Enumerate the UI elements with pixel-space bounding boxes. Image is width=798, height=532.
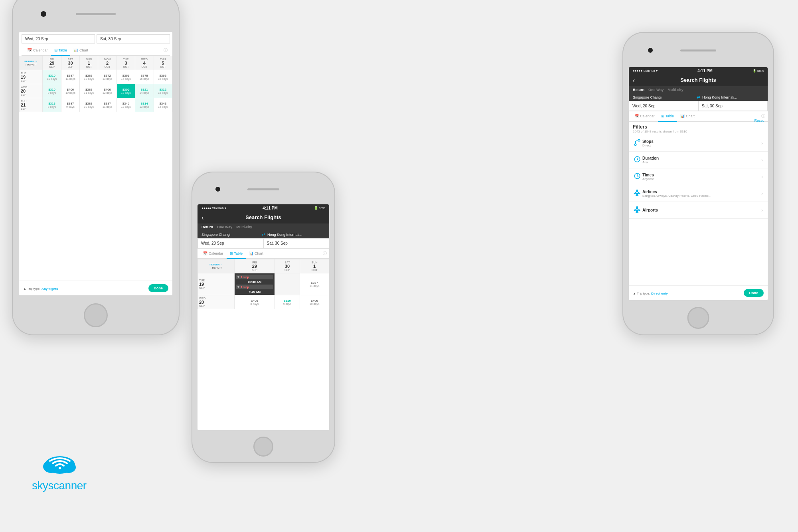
back-button-p3[interactable]: ‹ [633, 77, 635, 84]
svg-point-0 [634, 144, 636, 146]
price-cell[interactable]: $383 12 days [80, 70, 98, 84]
phone2-route-row: Singapore Changi ⇄ Hong Kong Internati..… [198, 231, 329, 238]
multicity-tab-p3[interactable]: Multi-city [668, 88, 683, 92]
price-cell[interactable]: $363 16 days [154, 70, 172, 84]
price-cell[interactable]: $406 8 days [235, 295, 275, 309]
depart-label-p2: ↓ DEPART [199, 267, 233, 269]
price-cell-stop[interactable]: ✈ 1 stop 10:30 AM ✈ 1 stop 7:45 AM [235, 273, 275, 295]
tab-table-p1[interactable]: ⊞ Table [51, 45, 71, 56]
tab-calendar-p1[interactable]: 📅 Calendar [24, 45, 51, 55]
phone2-status-bar: ●●●●● StarHub ▾ 4:11 PM 🔋 80% [198, 204, 329, 212]
return-date-p3[interactable]: Sat, 30 Sep [698, 101, 768, 111]
price-cell[interactable]: $316 8 days [43, 98, 61, 112]
tab-chart-p3[interactable]: 📊 Chart [677, 111, 698, 121]
duration-content: Duration Any [642, 156, 761, 164]
return-tab-p3[interactable]: Return [633, 88, 644, 92]
filter-duration[interactable]: Duration Any › [629, 152, 768, 168]
back-button-p2[interactable]: ‹ [201, 214, 203, 222]
logo-cloud-svg [32, 450, 88, 482]
price-cell-highlight[interactable]: $305 13 days [117, 84, 135, 98]
phone3-content: ●●●●● StarHub ▾ 4:11 PM 🔋 80% ‹ Search F… [629, 67, 768, 300]
phone1-home-button[interactable] [84, 303, 108, 327]
phone3-tab-bar: 📅 Calendar ⊞ Table 📊 Chart ⓘ [629, 111, 768, 122]
filters-reset-button[interactable]: Reset [754, 119, 764, 123]
tab-table-p3[interactable]: ⊞ Table [658, 111, 678, 122]
calendar-icon-p1: 📅 [27, 48, 32, 52]
price-cell[interactable]: $369 14 days [117, 70, 135, 84]
svg-point-6 [61, 462, 76, 473]
phone3-date-row: Wed, 20 Sep Sat, 30 Sep [629, 101, 768, 111]
filter-airports[interactable]: Airports › [629, 202, 768, 219]
phone3-nav-header: ‹ Search Flights [629, 75, 768, 86]
price-cell[interactable]: $406 12 days [98, 84, 117, 98]
depart-date-p2[interactable]: Wed, 20 Sep [198, 238, 263, 248]
price-cell-p2 [275, 273, 300, 295]
done-button-p3[interactable]: Done [744, 289, 764, 297]
price-cell[interactable]: $312 15 days [154, 84, 172, 98]
tab-calendar-p2[interactable]: 📅 Calendar [200, 249, 227, 258]
price-cell[interactable]: $310 9 days [43, 84, 61, 98]
price-cell[interactable]: $310 10 days [43, 70, 61, 84]
price-cell[interactable]: $314 13 days [135, 98, 154, 112]
table-icon-p1: ⊞ [54, 48, 57, 52]
phone3-home-button[interactable] [687, 307, 709, 329]
airlines-chevron: › [761, 191, 763, 196]
phone3-speaker [680, 49, 716, 51]
oneway-tab-p2[interactable]: One Way [217, 225, 232, 229]
chart-label-p1: Chart [79, 48, 88, 52]
times-label: Times [642, 173, 761, 177]
duration-chevron: › [761, 157, 763, 163]
col-fri-29: FRI 29 SEP [43, 56, 61, 70]
svg-point-7 [59, 467, 61, 469]
phone3-status-bar: ●●●●● StarHub ▾ 4:11 PM 🔋 80% [629, 67, 768, 75]
calendar-label-p1: Calendar [33, 48, 48, 52]
phone3-bottom-bar: ▲ Trip type: Direct only Done [629, 285, 768, 300]
price-cell[interactable]: $321 14 days [135, 84, 154, 98]
duration-icon [634, 156, 642, 164]
phone-2: ●●●●● StarHub ▾ 4:11 PM 🔋 80% ‹ Search F… [192, 172, 335, 463]
phone2-nav-header: ‹ Search Flights [198, 212, 329, 223]
price-cell[interactable]: $343 14 days [154, 98, 172, 112]
filters-subtitle: 1043 of 1043 results shown from $310 [633, 130, 764, 133]
phone2-home-button[interactable] [253, 437, 273, 457]
info-icon-p3: ⓘ [761, 113, 765, 119]
depart-date-p3[interactable]: Wed, 20 Sep [629, 101, 698, 111]
price-cell[interactable]: $387 9 days [61, 98, 79, 112]
done-button-p1[interactable]: Done [148, 284, 169, 292]
phone1-speaker [76, 13, 116, 15]
multicity-tab-p2[interactable]: Multi-city [236, 225, 252, 229]
phone1-bottom-bar: ▲ Trip type: Any flights Done [19, 281, 172, 295]
chart-icon-p2: 📊 [249, 251, 253, 255]
phone2-camera [215, 187, 220, 192]
oneway-tab-p3[interactable]: One Way [648, 88, 664, 92]
airports-icon [634, 206, 642, 214]
tab-table-p2[interactable]: ⊞ Table [227, 249, 246, 259]
filter-airlines[interactable]: Airlines Bangkok Airways, Cathay Pacific… [629, 185, 768, 202]
filter-stops[interactable]: Stops Direct › [629, 135, 768, 152]
tab-chart-p1[interactable]: 📊 Chart [70, 45, 91, 55]
airlines-icon [634, 189, 642, 198]
tab-calendar-p3[interactable]: 📅 Calendar [631, 111, 658, 121]
price-cell[interactable]: $406 10 days [300, 295, 329, 309]
price-cell[interactable]: $372 13 days [98, 70, 117, 84]
tab-chart-p2[interactable]: 📊 Chart [246, 249, 267, 258]
return-date-p2[interactable]: Sat, 30 Sep [263, 238, 330, 248]
phone1-depart-date[interactable]: Wed, 20 Sep [22, 34, 95, 44]
price-cell[interactable]: $406 10 days [61, 84, 79, 98]
phone1-return-date[interactable]: Sat, 30 Sep [97, 34, 170, 44]
price-cell[interactable]: $387 11 days [98, 98, 117, 112]
price-cell[interactable]: $383 10 days [80, 98, 98, 112]
price-cell[interactable]: $383 11 days [80, 84, 98, 98]
route-arrow-p2: ⇄ [262, 232, 265, 237]
price-cell-p2-387[interactable]: $387 11 days [300, 273, 329, 295]
filter-times[interactable]: Times Anytime › [629, 168, 768, 185]
price-cell[interactable]: $378 15 days [135, 70, 154, 84]
price-cell[interactable]: $346 12 days [117, 98, 135, 112]
return-tab-p2[interactable]: Return [201, 225, 213, 229]
price-cell[interactable]: $387 11 days [61, 70, 79, 84]
phone2-table-container: RETURN → ↓ DEPART FRI 29 SEP SAT 30 [198, 259, 329, 309]
stop-time-2: 7:45 AM [236, 290, 273, 294]
price-cell[interactable]: $310 9 days [275, 295, 300, 309]
phone1-camera [41, 11, 46, 17]
depart-label-p1: ↓ DEPART [21, 63, 41, 66]
